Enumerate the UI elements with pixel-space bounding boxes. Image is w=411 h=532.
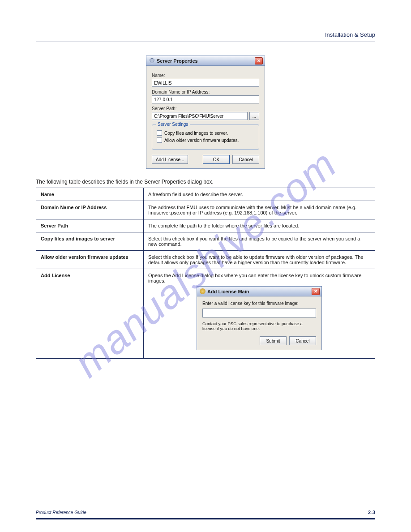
row-desc: Opens the Add License dialog box where y…	[144, 269, 375, 359]
license-note: Contact your PSC sales representative to…	[202, 321, 316, 331]
dialog-button-row: Add License... OK Cancel	[152, 155, 259, 164]
table-row: Name A freeform field used to describe t…	[36, 188, 375, 201]
dialog2-title: Add License Main	[207, 289, 312, 294]
footer-left-text: Product Reference Guide	[36, 510, 86, 515]
footer-rule	[36, 518, 375, 519]
allow-older-checkbox[interactable]	[157, 137, 162, 143]
dialog2-titlebar: Add License Main ✕	[197, 287, 321, 296]
add-license-button[interactable]: Add License...	[152, 155, 188, 164]
license-prompt: Enter a valid license key for this firmw…	[202, 301, 316, 306]
header-section-title: Installation & Setup	[36, 31, 375, 38]
path-row: ...	[152, 112, 259, 120]
row-desc: Select this check box if you want the fi…	[144, 232, 375, 251]
domain-input[interactable]	[152, 95, 259, 103]
allow-older-label: Allow older version firmware updates.	[164, 138, 239, 143]
name-label: Name:	[152, 73, 259, 78]
table-intro-text: The following table describes the fields…	[36, 179, 375, 185]
row-desc: The address that FMU uses to communicate…	[144, 201, 375, 219]
path-label: Server Path:	[152, 106, 259, 111]
server-settings-group: Server Settings Copy files and images to…	[152, 124, 259, 150]
row-label: Add License	[36, 269, 144, 359]
close-button[interactable]: ✕	[255, 57, 263, 64]
table-row: Copy files and images to server Select t…	[36, 232, 375, 251]
add-license-dialog: Add License Main ✕ Enter a valid license…	[197, 286, 322, 350]
shield-icon	[149, 58, 155, 64]
name-input[interactable]	[152, 79, 259, 87]
copy-files-row: Copy files and images to server.	[157, 130, 254, 136]
cancel-button[interactable]: Cancel	[232, 155, 259, 164]
cancel-button[interactable]: Cancel	[289, 336, 316, 345]
row-desc: Select this check box if you want to be …	[144, 251, 375, 269]
dialog-body: Name: Domain Name or IP Address: Server …	[146, 66, 265, 168]
submit-button[interactable]: Submit	[260, 336, 287, 345]
row-desc-text: Opens the Add License dialog box where y…	[148, 273, 370, 283]
row-label: Server Path	[36, 219, 144, 232]
dialog-titlebar: Server Properties ✕	[146, 56, 265, 66]
browse-button[interactable]: ...	[249, 112, 259, 120]
row-desc: The complete file path to the folder whe…	[144, 219, 375, 232]
copy-files-checkbox[interactable]	[157, 130, 162, 136]
table-row: Domain Name or IP Address The address th…	[36, 201, 375, 219]
header-rule	[36, 42, 375, 42]
table-row: Add License Opens the Add License dialog…	[36, 269, 375, 359]
page-content: Installation & Setup Server Properties ✕…	[0, 0, 411, 377]
dialog2-body: Enter a valid license key for this firmw…	[197, 296, 321, 350]
table-row: Server Path The complete file path to th…	[36, 219, 375, 232]
properties-table: Name A freeform field used to describe t…	[36, 188, 375, 359]
allow-older-row: Allow older version firmware updates.	[157, 137, 254, 143]
row-label: Allow older version firmware updates	[36, 251, 144, 269]
row-label: Name	[36, 188, 144, 201]
row-label: Domain Name or IP Address	[36, 201, 144, 219]
close-button[interactable]: ✕	[312, 288, 320, 295]
server-properties-dialog: Server Properties ✕ Name: Domain Name or…	[146, 56, 265, 169]
dialog2-wrapper: Add License Main ✕ Enter a valid license…	[148, 283, 370, 355]
gear-icon	[200, 288, 206, 294]
dialog2-button-row: Submit Cancel	[202, 336, 316, 345]
settings-legend: Server Settings	[156, 122, 190, 127]
domain-label: Domain Name or IP Address:	[152, 90, 259, 94]
table-row: Allow older version firmware updates Sel…	[36, 251, 375, 269]
row-label: Copy files and images to server	[36, 232, 144, 251]
license-key-input[interactable]	[202, 309, 316, 317]
path-input[interactable]	[152, 112, 248, 120]
ok-button[interactable]: OK	[203, 155, 230, 164]
page-number: 2-3	[368, 510, 375, 515]
row-desc: A freeform field used to describe the se…	[144, 188, 375, 201]
copy-files-label: Copy files and images to server.	[164, 131, 228, 136]
dialog-title: Server Properties	[157, 58, 255, 64]
